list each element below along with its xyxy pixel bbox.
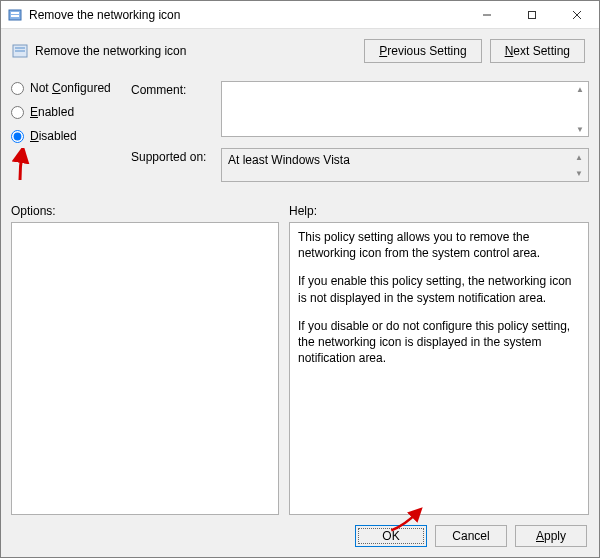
mnemonic: A xyxy=(536,529,544,543)
options-label: Options: xyxy=(11,204,279,218)
help-label: Help: xyxy=(289,204,589,218)
radio-label: Disabled xyxy=(30,129,77,143)
help-paragraph: If you disable or do not configure this … xyxy=(298,318,580,367)
ok-button[interactable]: OK xyxy=(355,525,427,547)
scroll-up-icon[interactable]: ▲ xyxy=(573,83,587,95)
radio-disabled[interactable]: Disabled xyxy=(11,129,121,143)
radio-label: Not Configured xyxy=(30,81,111,95)
mnemonic: C xyxy=(52,81,61,95)
button-label-rest: pply xyxy=(544,529,566,543)
help-pane: This policy setting allows you to remove… xyxy=(289,222,589,515)
fields-column: Comment: ▲ ▼ Supported on: At least Wind… xyxy=(131,81,589,190)
help-paragraph: This policy setting allows you to remove… xyxy=(298,229,580,261)
svg-rect-2 xyxy=(11,15,19,17)
svg-rect-9 xyxy=(15,50,25,52)
mnemonic: D xyxy=(30,129,39,143)
supported-scroll[interactable]: ▲ ▼ xyxy=(572,151,586,179)
svg-rect-1 xyxy=(11,12,19,14)
radio-not-configured[interactable]: Not Configured xyxy=(11,81,121,95)
apply-button[interactable]: Apply xyxy=(515,525,587,547)
radio-input-enabled[interactable] xyxy=(11,106,24,119)
radio-label: Enabled xyxy=(30,105,74,119)
dialog-window: Remove the networking icon Remove the ne… xyxy=(0,0,600,558)
radio-input-not-configured[interactable] xyxy=(11,82,24,95)
mnemonic: E xyxy=(30,105,38,119)
next-setting-button[interactable]: Next Setting xyxy=(490,39,585,63)
minimize-button[interactable] xyxy=(464,1,509,29)
policy-icon xyxy=(7,7,23,23)
scroll-up-icon[interactable]: ▲ xyxy=(572,151,586,163)
policy-item-icon xyxy=(11,42,29,60)
svg-rect-4 xyxy=(528,11,535,18)
dialog-footer: OK Cancel Apply xyxy=(1,515,599,557)
config-row: Not Configured Enabled Disabled Comment:… xyxy=(1,71,599,190)
scroll-down-icon[interactable]: ▼ xyxy=(572,167,586,179)
comment-field-row: Comment: ▲ ▼ xyxy=(131,81,589,140)
comment-scroll[interactable]: ▲ ▼ xyxy=(573,83,587,135)
state-radio-group: Not Configured Enabled Disabled xyxy=(11,81,121,190)
button-label-rest: ext Setting xyxy=(513,44,570,58)
nav-buttons: Previous Setting Next Setting xyxy=(364,39,585,63)
mnemonic: N xyxy=(505,44,514,58)
supported-label: Supported on: xyxy=(131,148,211,182)
close-button[interactable] xyxy=(554,1,599,29)
options-pane xyxy=(11,222,279,515)
previous-setting-button[interactable]: Previous Setting xyxy=(364,39,481,63)
comment-textarea[interactable] xyxy=(221,81,589,137)
supported-on-value: At least Windows Vista xyxy=(228,153,350,167)
comment-label: Comment: xyxy=(131,81,211,140)
panes-labels: Options: Help: xyxy=(1,190,599,222)
scroll-down-icon[interactable]: ▼ xyxy=(573,123,587,135)
help-paragraph: If you enable this policy setting, the n… xyxy=(298,273,580,305)
subheader: Remove the networking icon Previous Sett… xyxy=(1,29,599,71)
svg-rect-8 xyxy=(15,47,25,49)
cancel-button[interactable]: Cancel xyxy=(435,525,507,547)
panes-row: This policy setting allows you to remove… xyxy=(1,222,599,515)
maximize-button[interactable] xyxy=(509,1,554,29)
radio-input-disabled[interactable] xyxy=(11,130,24,143)
policy-name: Remove the networking icon xyxy=(35,44,364,58)
button-label-rest: revious Setting xyxy=(387,44,466,58)
titlebar: Remove the networking icon xyxy=(1,1,599,29)
supported-on-box: At least Windows Vista ▲ ▼ xyxy=(221,148,589,182)
window-title: Remove the networking icon xyxy=(29,8,464,22)
supported-field-row: Supported on: At least Windows Vista ▲ ▼ xyxy=(131,148,589,182)
window-controls xyxy=(464,1,599,29)
radio-enabled[interactable]: Enabled xyxy=(11,105,121,119)
